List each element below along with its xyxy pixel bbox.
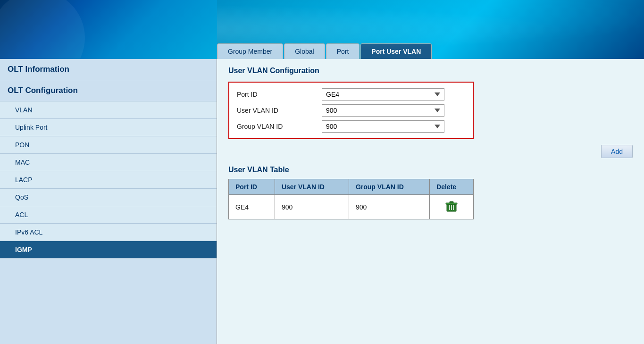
- content-inner: User VLAN Configuration Port ID GE4 GE1 …: [217, 59, 644, 227]
- tab-group-member[interactable]: Group Member: [217, 43, 283, 59]
- tab-global[interactable]: Global: [284, 43, 325, 59]
- user-vlan-id-row: User VLAN ID 900 800 700: [237, 104, 465, 117]
- col-user-vlan-id: User VLAN ID: [275, 179, 349, 195]
- tab-port[interactable]: Port: [326, 43, 360, 59]
- sidebar-item-ipv6-acl[interactable]: IPv6 ACL: [0, 224, 217, 241]
- table-row: GE4900900: [229, 195, 474, 219]
- cell-user-vlan-id: 900: [275, 195, 349, 219]
- port-id-row: Port ID GE4 GE1 GE2 GE3: [237, 88, 465, 101]
- delete-button[interactable]: [444, 199, 459, 215]
- sidebar: OLT Information OLT Configuration VLAN U…: [0, 59, 217, 344]
- cell-delete: [430, 195, 474, 219]
- tabs-bar: Group Member Global Port Port User VLAN: [217, 43, 433, 59]
- config-box: Port ID GE4 GE1 GE2 GE3 User VLAN ID 900…: [228, 82, 474, 139]
- trash-icon: [445, 200, 458, 213]
- cell-port-id: GE4: [229, 195, 275, 219]
- banner-logo-area: [0, 0, 217, 59]
- sidebar-item-olt-configuration[interactable]: OLT Configuration: [0, 80, 217, 101]
- port-id-label: Port ID: [237, 91, 322, 98]
- add-button[interactable]: Add: [601, 145, 633, 158]
- group-vlan-id-label: Group VLAN ID: [237, 123, 322, 130]
- config-section-title: User VLAN Configuration: [228, 67, 633, 75]
- table-section-title: User VLAN Table: [228, 166, 633, 174]
- sidebar-item-lacp[interactable]: LACP: [0, 171, 217, 189]
- sidebar-item-mac[interactable]: MAC: [0, 154, 217, 171]
- user-vlan-id-label: User VLAN ID: [237, 107, 322, 114]
- svg-rect-2: [446, 203, 457, 204]
- port-id-select[interactable]: GE4 GE1 GE2 GE3: [322, 88, 444, 101]
- group-vlan-id-select[interactable]: 900 800 700: [322, 120, 444, 133]
- user-vlan-id-select[interactable]: 900 800 700: [322, 104, 444, 117]
- sidebar-item-vlan[interactable]: VLAN: [0, 101, 217, 119]
- group-vlan-id-row: Group VLAN ID 900 800 700: [237, 120, 465, 133]
- sidebar-item-qos[interactable]: QoS: [0, 189, 217, 206]
- col-group-vlan-id: Group VLAN ID: [349, 179, 429, 195]
- sidebar-item-olt-information[interactable]: OLT Information: [0, 59, 217, 80]
- banner-tabs-area: Group Member Global Port Port User VLAN: [217, 0, 644, 59]
- header-banner: Group Member Global Port Port User VLAN: [0, 0, 644, 59]
- cell-group-vlan-id: 900: [349, 195, 429, 219]
- main-layout: OLT Information OLT Configuration VLAN U…: [0, 59, 644, 344]
- content-area: User VLAN Configuration Port ID GE4 GE1 …: [217, 59, 644, 344]
- sidebar-item-igmp[interactable]: IGMP: [0, 241, 217, 259]
- sidebar-item-pon[interactable]: PON: [0, 136, 217, 154]
- add-btn-row: Add: [228, 145, 633, 158]
- vlan-table: Port ID User VLAN ID Group VLAN ID Delet…: [228, 179, 474, 219]
- col-port-id: Port ID: [229, 179, 275, 195]
- tab-port-user-vlan[interactable]: Port User VLAN: [360, 43, 432, 59]
- col-delete: Delete: [430, 179, 474, 195]
- sidebar-item-uplink-port[interactable]: Uplink Port: [0, 119, 217, 136]
- sidebar-item-acl[interactable]: ACL: [0, 206, 217, 224]
